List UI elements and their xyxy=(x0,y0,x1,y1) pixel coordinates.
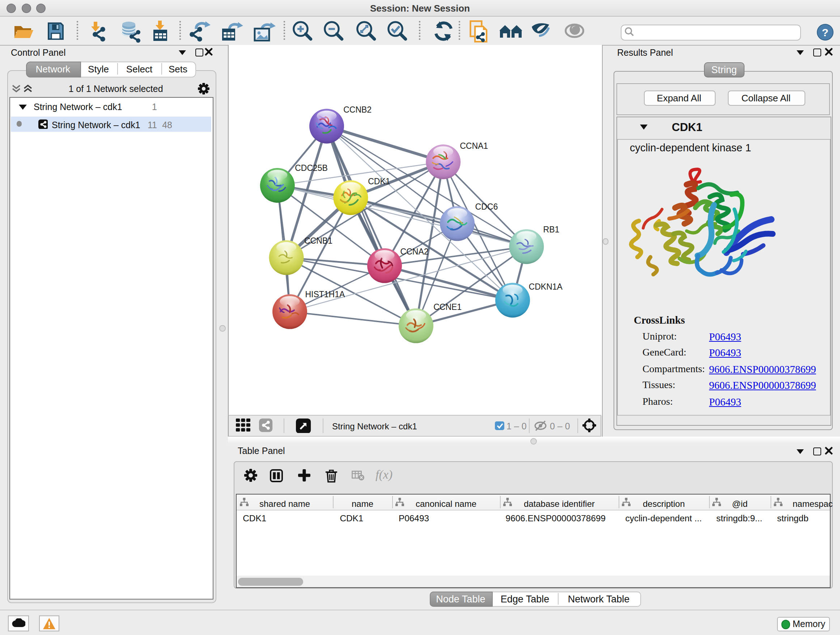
svg-text:CDC25B: CDC25B xyxy=(295,163,328,173)
svg-text:CCNB1: CCNB1 xyxy=(304,236,332,245)
svg-text:CDKN1A: CDKN1A xyxy=(529,282,563,291)
svg-text:CDK1: CDK1 xyxy=(368,177,390,186)
svg-text:CDC6: CDC6 xyxy=(475,202,498,211)
svg-text:RB1: RB1 xyxy=(543,225,560,234)
svg-text:CCNB2: CCNB2 xyxy=(343,105,371,114)
svg-text:CCNA2: CCNA2 xyxy=(401,247,429,256)
svg-text:CCNE1: CCNE1 xyxy=(433,302,462,312)
svg-text:CCNA1: CCNA1 xyxy=(460,141,488,150)
svg-text:HIST1H1A: HIST1H1A xyxy=(305,290,345,299)
